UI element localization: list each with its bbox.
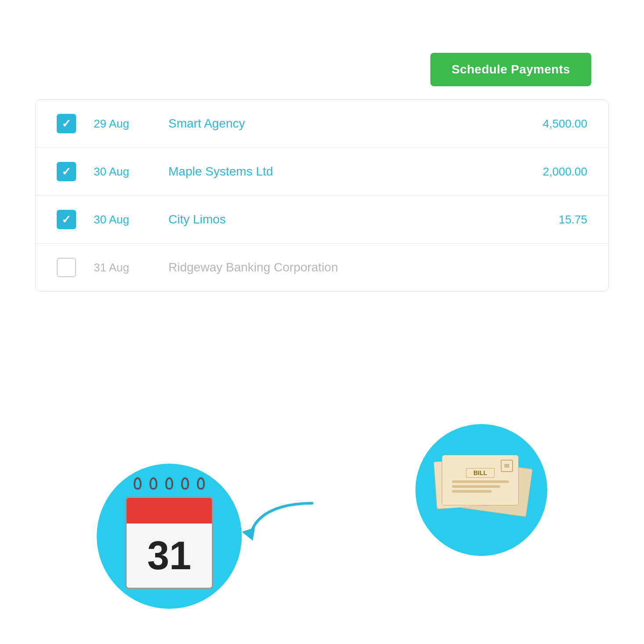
bill-line-2 <box>452 485 501 488</box>
bill-line-3 <box>452 490 492 493</box>
checkbox-unchecked-icon[interactable] <box>57 258 76 277</box>
calendar-icon: 31 <box>121 483 218 589</box>
row-date-4: 31 Aug <box>94 261 151 274</box>
row-name-4: Ridgeway Banking Corporation <box>168 260 517 274</box>
schedule-payments-button[interactable]: Schedule Payments <box>430 53 591 86</box>
calendar-day-number: 31 <box>127 523 212 588</box>
stamp-icon <box>501 460 513 472</box>
checkbox-checked-icon[interactable] <box>57 210 76 229</box>
table-row: 30 Aug City Limos 15.75 <box>36 196 608 244</box>
checkbox-row-2[interactable] <box>57 162 76 181</box>
ring-4 <box>181 477 189 490</box>
row-date-1: 29 Aug <box>94 117 151 131</box>
svg-marker-0 <box>242 527 255 541</box>
calendar-decoration: 31 <box>97 464 242 609</box>
row-name-3: City Limos <box>168 212 517 227</box>
checkbox-row-4[interactable] <box>57 258 76 277</box>
row-amount-3: 15.75 <box>517 213 587 227</box>
bill-decoration: BILL <box>415 424 547 556</box>
bill-envelope-front: BILL <box>442 455 519 505</box>
calendar-body: 31 <box>125 497 213 589</box>
calendar-top <box>127 498 212 523</box>
row-name-2: Maple Systems Ltd <box>168 165 517 179</box>
checkbox-row-1[interactable] <box>57 114 76 133</box>
checkbox-checked-icon[interactable] <box>57 162 76 181</box>
bill-stack: BILL <box>437 455 525 525</box>
ring-3 <box>165 477 173 490</box>
ring-2 <box>149 477 157 490</box>
row-amount-1: 4,500.00 <box>517 117 587 131</box>
table-row: 31 Aug Ridgeway Banking Corporation <box>36 244 608 291</box>
checkbox-checked-icon[interactable] <box>57 114 76 133</box>
row-amount-2: 2,000.00 <box>517 165 587 179</box>
bill-lines <box>452 480 509 493</box>
calendar-rings <box>121 477 218 490</box>
table-row: 30 Aug Maple Systems Ltd 2,000.00 <box>36 148 608 196</box>
row-date-2: 30 Aug <box>94 165 151 179</box>
main-container: Schedule Payments 29 Aug Smart Agency 4,… <box>26 53 618 292</box>
row-date-3: 30 Aug <box>94 213 151 227</box>
bill-label: BILL <box>466 468 495 478</box>
arrow-decoration <box>233 494 321 547</box>
ring-5 <box>197 477 205 490</box>
bill-line-1 <box>452 480 509 483</box>
table-row: 29 Aug Smart Agency 4,500.00 <box>36 100 608 148</box>
checkbox-row-3[interactable] <box>57 210 76 229</box>
ring-1 <box>134 477 142 490</box>
row-name-1: Smart Agency <box>168 117 517 131</box>
schedule-btn-area: Schedule Payments <box>26 53 618 86</box>
payments-card: 29 Aug Smart Agency 4,500.00 30 Aug Mapl… <box>35 99 609 292</box>
